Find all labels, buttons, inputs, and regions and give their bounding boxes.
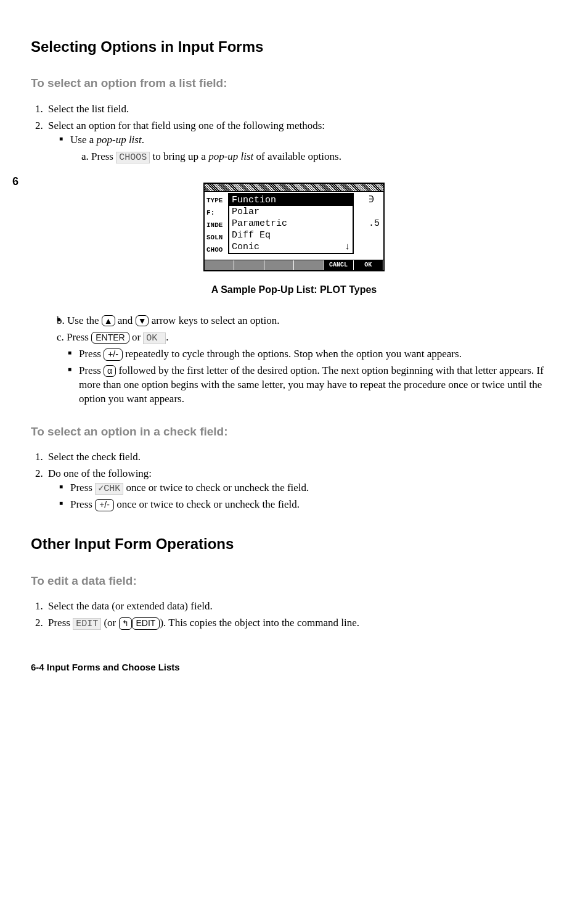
popup-list-term: pop-up list — [208, 150, 253, 162]
page-footer: 6-4 Input Forms and Choose Lists — [31, 661, 557, 674]
substep-a: a. Press CHOOS to bring up a pop-up list… — [81, 150, 557, 164]
section-title-other-ops: Other Input Form Operations — [31, 534, 557, 554]
choos-menukey: CHOOS — [116, 152, 150, 163]
check-step-1: Select the check field. — [46, 450, 557, 464]
text: . — [166, 331, 168, 343]
calc-softmenu: CANCL OK — [205, 260, 383, 270]
edit-step-1: Select the data (or extended data) field… — [46, 600, 557, 614]
right-values: ∋ .5 — [369, 194, 380, 230]
section-heading-check-field: To select an option in a check field: — [31, 424, 557, 440]
bg-val-2: .5 — [369, 218, 380, 230]
enter-key: ENTER — [91, 332, 129, 344]
substep-b: b. Use the ▲ and ▼ arrow keys to select … — [57, 314, 557, 328]
up-arrow-key: ▲ — [102, 315, 115, 327]
chk-menukey: ✓CHK — [95, 483, 123, 495]
check-method-chk: Press ✓CHK once or twice to check or unc… — [59, 481, 557, 495]
text: Do one of the following: — [48, 468, 152, 479]
page-title: Selecting Options in Input Forms — [31, 37, 557, 57]
label-type: TYPE — [206, 194, 223, 207]
edit-step-2: Press EDIT (or ↰EDIT). This copies the o… — [46, 616, 557, 630]
text: (or — [101, 617, 118, 629]
alpha-key: α — [104, 365, 116, 377]
edit-data-steps: Select the data (or extended data) field… — [31, 600, 557, 630]
section-heading-edit-data: To edit a data field: — [31, 573, 557, 589]
bg-val-1: ∋ — [369, 194, 380, 207]
check-method-plusminus: Press +/- once or twice to check or unch… — [59, 498, 557, 512]
menu-slot-2 — [234, 260, 264, 270]
text: Press — [79, 348, 104, 360]
edit-key: EDIT — [132, 617, 160, 630]
figure-caption: A Sample Pop-Up List: PLOT Types — [31, 283, 557, 297]
leftshift-key: ↰ — [119, 617, 132, 630]
text: Press — [70, 482, 95, 493]
popup-row-label: Conic — [232, 242, 259, 252]
menu-slot-cancl: CANCL — [324, 260, 353, 270]
text: or — [129, 331, 144, 343]
check-field-steps: Select the check field. Do one of the fo… — [31, 450, 557, 512]
chapter-margin-number: 6 — [12, 174, 18, 189]
text: and — [115, 315, 136, 326]
ok-menukey: OK — [143, 332, 166, 344]
menu-slot-4 — [294, 260, 324, 270]
calculator-screen: TYPE F: INDE SOLN CHOO ∋ .5 Function Pol… — [203, 183, 385, 271]
plusminus-key: +/- — [104, 348, 123, 361]
edit-menukey: EDIT — [73, 618, 101, 630]
popup-list-term: pop-up list — [96, 134, 141, 146]
text: a. Press — [81, 150, 116, 162]
method-popup-list: Use a pop-up list. a. Press CHOOS to bri… — [59, 133, 557, 164]
text: once or twice to check or uncheck the fi… — [123, 482, 309, 493]
popup-row-polar: Polar — [229, 206, 353, 218]
text: b. Use the — [57, 315, 102, 326]
substep-c: c. Press ENTER or OK . — [57, 331, 557, 345]
menu-slot-3 — [264, 260, 294, 270]
menu-slot-ok: OK — [354, 260, 383, 270]
calc-title-bar — [205, 184, 383, 192]
method-cycle: Press +/- repeatedly to cycle through th… — [68, 347, 557, 361]
popup-row-label: Function — [232, 195, 276, 205]
text: Press — [70, 498, 95, 510]
label-soln: SOLN — [206, 231, 223, 244]
popup-row-function: Function — [229, 194, 353, 206]
plusminus-key: +/- — [95, 499, 114, 511]
figure-popup-list: TYPE F: INDE SOLN CHOO ∋ .5 Function Pol… — [31, 183, 557, 274]
label-f: F: — [206, 207, 223, 219]
text: to bring up a — [150, 150, 208, 162]
text: repeatedly to cycle through the options.… — [123, 348, 462, 360]
section-heading-list-field: To select an option from a list field: — [31, 75, 557, 91]
step-1: Select the list field. — [46, 102, 557, 117]
check-step-2: Do one of the following: Press ✓CHK once… — [46, 467, 557, 512]
menu-slot-1 — [205, 260, 234, 270]
text: . — [142, 134, 144, 146]
text: Use a — [70, 134, 96, 146]
scroll-down-icon: ↓ — [345, 241, 350, 253]
down-arrow-key: ▼ — [136, 315, 149, 327]
label-choo: CHOO — [206, 244, 223, 256]
text: Press — [79, 365, 104, 376]
popup-row-diffeq: Diff Eq — [229, 229, 353, 241]
popup-row-parametric: Parametric — [229, 218, 353, 229]
text: Press — [48, 617, 73, 629]
step-2-text: Select an option for that field using on… — [48, 120, 325, 131]
continuation-popup-method: b. Use the ▲ and ▼ arrow keys to select … — [57, 314, 557, 345]
text: once or twice to check or uncheck the fi… — [114, 498, 300, 510]
popup-row-label: Diff Eq — [232, 230, 271, 241]
text: of available options. — [253, 150, 341, 162]
label-inde: INDE — [206, 219, 223, 231]
text: c. Press — [57, 331, 91, 343]
popup-row-label: Polar — [232, 207, 259, 217]
list-field-steps: Select the list field. Select an option … — [31, 102, 557, 164]
step-2: Select an option for that field using on… — [46, 119, 557, 164]
text: arrow keys to select an option. — [149, 315, 279, 326]
popup-row-label: Parametric — [232, 218, 287, 229]
field-labels-column: TYPE F: INDE SOLN CHOO — [206, 194, 223, 256]
popup-row-conic: Conic↓ — [229, 241, 353, 253]
popup-list-box: Function Polar Parametric Diff Eq Conic↓ — [228, 193, 354, 254]
text: followed by the first letter of the desi… — [79, 365, 544, 405]
method-alpha: Press α followed by the first letter of … — [68, 364, 557, 406]
text: ). This copies the object into the comma… — [160, 617, 359, 629]
